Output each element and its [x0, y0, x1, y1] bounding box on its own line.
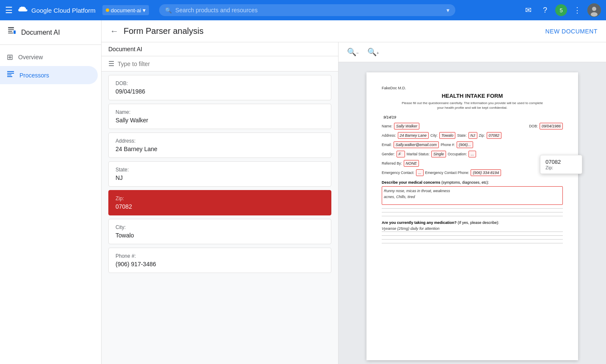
name-field-value: Sally Walker — [396, 124, 417, 128]
project-selector[interactable]: document-ai ▾ — [102, 5, 149, 15]
sidebar: Document AI ⊞ Overview Processors — [0, 20, 102, 364]
state-field-label: State: — [457, 133, 466, 138]
top-navbar: ☰ Google Cloud Platform document-ai ▾ 🔍 … — [0, 0, 606, 20]
sidebar-item-processors[interactable]: Processors — [0, 66, 98, 84]
svg-point-1 — [592, 7, 596, 11]
left-panel-header: Document AI — [102, 42, 338, 56]
sidebar-title: Document AI — [21, 29, 60, 36]
sidebar-header: Document AI — [0, 20, 101, 45]
email-field-label: Email: — [382, 143, 392, 147]
search-input[interactable] — [175, 7, 445, 14]
marital-field-box: Single — [431, 151, 446, 157]
field-card-name[interactable]: Name: Sally Walker — [108, 104, 331, 129]
concerns-text-area: Runny nose, micas in throat, weakness ac… — [382, 186, 563, 205]
nav-actions: ✉ ? 5 ⋮ — [521, 3, 601, 17]
referred-field-label: Referred By: — [382, 161, 402, 165]
emergency-phone-label: Emergency Contact Phone: — [425, 171, 469, 175]
marital-field-label: Marital Status: — [407, 152, 430, 156]
phone-field-box: (906)... — [457, 141, 473, 148]
field-value-phone: (906) 917-3486 — [116, 261, 324, 267]
emergency-row: Emergency Contact: ... Emergency Contact… — [382, 169, 563, 176]
right-panel: 🔍− 🔍+ FakeDoc M.D. HEALTH INTAKE FORM Pl… — [339, 42, 606, 364]
divider-6 — [382, 243, 563, 243]
left-panel: Document AI ☰ DOB: 09/04/1986 Name: Sall… — [102, 42, 339, 364]
concerns-value: Runny nose, micas in throat, weakness ac… — [384, 189, 450, 199]
sidebar-item-processors-label: Processors — [19, 72, 49, 79]
doc-subtitle: Please fill out the questionnaire carefu… — [382, 101, 563, 110]
hamburger-menu-icon[interactable]: ☰ — [5, 5, 13, 15]
field-label-address: Address: — [116, 138, 324, 144]
field-value-address: 24 Barney Lane — [116, 146, 324, 152]
divider-1 — [382, 208, 563, 209]
city-field-value: Towalo — [441, 133, 453, 138]
email-field-box: Sally.walker@email.com — [394, 141, 439, 148]
dob-field-value: 09/04/1986 — [542, 124, 561, 128]
field-label-dob: DOB: — [116, 80, 324, 86]
more-options-icon[interactable]: ⋮ — [570, 3, 584, 17]
name-field-label: Name: — [382, 124, 392, 128]
zoom-in-button[interactable]: 🔍+ — [364, 46, 383, 58]
fields-list: DOB: 09/04/1986 Name: Sally Walker Addre… — [102, 72, 338, 364]
medication-answer: Vyvanse (25mg) daily for attention — [382, 226, 563, 232]
back-button[interactable]: ← — [110, 26, 118, 36]
doc-date-line: 9/14/19 — [382, 115, 563, 119]
svg-rect-8 — [7, 71, 14, 72]
city-field-label: City: — [430, 133, 438, 138]
expand-search-icon: ▾ — [446, 7, 449, 14]
field-label-phone: Phone #: — [116, 253, 324, 259]
date-value: 9/14/19 — [383, 115, 396, 119]
name-dob-row: Name: Sally Walker DOB: 09/04/1986 — [382, 123, 563, 130]
sidebar-nav: ⊞ Overview Processors — [0, 45, 101, 364]
address-row: Address: 24 Barney Lane City: Towalo Sta… — [382, 132, 563, 139]
sidebar-item-overview[interactable]: ⊞ Overview — [0, 48, 101, 66]
document-ai-icon — [7, 26, 17, 39]
gender-field-value: F — [399, 152, 401, 156]
address-field-label: Address: — [382, 133, 396, 138]
new-document-button[interactable]: NEW DOCUMENT — [545, 28, 598, 35]
field-card-city[interactable]: City: Towalo — [108, 219, 331, 244]
app-layout: Document AI ⊞ Overview Processors — [0, 20, 606, 364]
document-page: FakeDoc M.D. HEALTH INTAKE FORM Please f… — [366, 72, 578, 360]
gender-marital-row: Gender: F Marital Status: Single Occupat… — [382, 151, 563, 157]
help-icon[interactable]: ? — [538, 3, 552, 17]
emergency-phone-box: (906) 334-8194 — [471, 169, 501, 176]
field-card-state[interactable]: State: NJ — [108, 161, 331, 187]
field-value-dob: 09/04/1986 — [116, 88, 324, 95]
doc-toolbar: 🔍− 🔍+ — [339, 42, 606, 62]
zip-field-box: 07082 — [487, 132, 501, 139]
referred-field-value: NONE — [406, 161, 417, 165]
filter-icon: ☰ — [108, 60, 114, 68]
field-label-zip: Zip: — [116, 196, 324, 201]
user-badge[interactable]: 5 — [555, 4, 567, 16]
processors-icon — [7, 70, 14, 80]
zoom-out-button[interactable]: 🔍− — [344, 46, 362, 58]
tooltip-key: Zip: — [545, 165, 577, 170]
field-value-state: NJ — [116, 174, 324, 181]
svg-rect-5 — [8, 31, 12, 32]
email-field-value: Sally.walker@email.com — [396, 143, 437, 147]
field-card-dob[interactable]: DOB: 09/04/1986 — [108, 75, 331, 100]
doc-doctor: FakeDoc M.D. — [382, 86, 563, 90]
project-name: document-ai — [111, 7, 141, 14]
field-card-phone[interactable]: Phone #: (906) 917-3486 — [108, 248, 331, 273]
svg-rect-6 — [8, 33, 13, 33]
divider-2 — [382, 212, 563, 212]
gender-field-box: F — [397, 151, 405, 157]
avatar[interactable] — [587, 3, 601, 17]
name-field-box: Sally Walker — [394, 123, 419, 130]
filter-input[interactable] — [118, 61, 331, 67]
concerns-label: Describe your medical concerns (symptoms… — [382, 180, 563, 185]
main-split: Document AI ☰ DOB: 09/04/1986 Name: Sall… — [102, 42, 606, 364]
gender-field-label: Gender: — [382, 152, 395, 156]
field-card-zip[interactable]: Zip: 07082 — [108, 190, 331, 215]
phone-field-label: Phone #: — [441, 143, 455, 147]
email-phone-row: Email: Sally.walker@email.com Phone #: (… — [382, 141, 563, 148]
occupation-field-label: Occupation: — [448, 152, 467, 156]
svg-rect-11 — [7, 76, 12, 77]
field-card-address[interactable]: Address: 24 Barney Lane — [108, 132, 331, 158]
notifications-icon[interactable]: ✉ — [521, 3, 535, 17]
tooltip-value: 07082 — [545, 159, 577, 165]
field-label-name: Name: — [116, 109, 324, 115]
occupation-field-value: ... — [471, 152, 474, 156]
doc-container[interactable]: FakeDoc M.D. HEALTH INTAKE FORM Please f… — [339, 62, 606, 364]
